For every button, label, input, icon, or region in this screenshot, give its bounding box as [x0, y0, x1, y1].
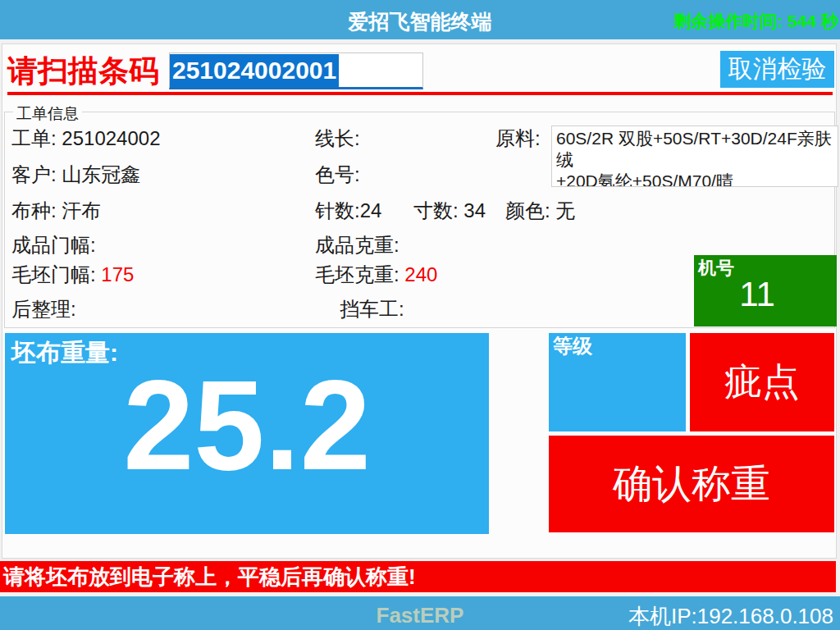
- session-timer: 剩余操作时间: 544 秒: [673, 10, 838, 33]
- barcode-input-value: 251024002001: [170, 54, 339, 87]
- order-value: 251024002: [62, 127, 160, 149]
- field-finished-weight: 成品克重:: [315, 232, 399, 258]
- grey-weight-label: 毛坯克重:: [315, 263, 399, 285]
- work-order-group-title: 工单信息: [13, 103, 82, 125]
- cancel-inspection-button[interactable]: 取消检验: [720, 51, 834, 88]
- material-label: 原料:: [495, 126, 541, 152]
- grey-width-label: 毛坯门幅:: [11, 263, 96, 285]
- needles-label: 针数:: [315, 199, 360, 221]
- field-fabric: 布种: 汗布: [11, 198, 101, 224]
- inches-label: 寸数:: [413, 199, 459, 221]
- machine-no-panel: 机号 11: [694, 255, 837, 326]
- order-label: 工单:: [11, 127, 57, 149]
- field-inches: 寸数: 34: [413, 198, 486, 224]
- grey-weight-value: 240: [404, 263, 437, 285]
- line-length-label: 线长:: [315, 127, 360, 149]
- finished-width-label: 成品门幅:: [11, 234, 96, 256]
- color-no-label: 色号:: [315, 163, 360, 185]
- weight-value: 25.2: [5, 356, 489, 496]
- field-finishing: 后整理:: [11, 296, 76, 322]
- color-label: 颜色:: [505, 199, 550, 221]
- customer-label: 客户:: [11, 163, 57, 185]
- field-color: 颜色: 无: [505, 198, 575, 224]
- field-operator: 挡车工:: [340, 296, 404, 322]
- field-customer: 客户: 山东冠鑫: [11, 162, 140, 188]
- confirm-weigh-button[interactable]: 确认称重: [549, 436, 834, 532]
- needles-value: 24: [360, 199, 382, 221]
- content-frame: 请扫描条码 251024002001 取消检验 工单信息 工单: 2510240…: [2, 43, 837, 559]
- app-footer: FastERP 本机IP:192.168.0.108: [0, 596, 840, 630]
- scan-prompt-label: 请扫描条码: [7, 51, 159, 92]
- app-header: 爱招飞智能终端 剩余操作时间: 544 秒: [0, 0, 840, 39]
- status-message-bar: 请将坯布放到电子称上，平稳后再确认称重!: [0, 561, 836, 592]
- finished-weight-label: 成品克重:: [315, 234, 399, 256]
- scan-divider: [7, 92, 833, 95]
- app-window: 爱招飞智能终端 剩余操作时间: 544 秒 请扫描条码 251024002001…: [0, 0, 840, 630]
- customer-value: 山东冠鑫: [62, 163, 140, 185]
- material-value-box: 60S/2R 双股+50S/RT+30D/24F亲肤绒 +20D氨纶+50S/M…: [551, 126, 838, 187]
- defect-button[interactable]: 疵点: [690, 333, 834, 431]
- fabric-label: 布种:: [11, 199, 57, 221]
- weight-panel: 坯布重量: 25.2: [5, 333, 489, 534]
- inches-value: 34: [463, 199, 486, 221]
- machine-no-value: 11: [694, 275, 820, 314]
- field-needles: 针数:24: [315, 198, 381, 224]
- grey-width-value: 175: [101, 263, 134, 285]
- grade-label: 等级: [553, 333, 592, 359]
- field-grey-weight: 毛坯克重: 240: [315, 262, 437, 288]
- local-ip-text: 本机IP:192.168.0.108: [628, 602, 833, 630]
- field-order: 工单: 251024002: [11, 126, 160, 152]
- field-color-no: 色号:: [315, 162, 360, 188]
- finishing-label: 后整理:: [11, 298, 76, 320]
- work-order-group: 工单信息 工单: 251024002 线长: 原料: 60S/2R 双股+50S…: [4, 112, 835, 328]
- grade-panel: 等级: [549, 333, 686, 431]
- color-value: 无: [555, 199, 575, 221]
- barcode-input[interactable]: 251024002001: [169, 52, 423, 89]
- field-finished-width: 成品门幅:: [11, 232, 96, 258]
- field-line-length: 线长:: [315, 126, 360, 152]
- fabric-value: 汗布: [62, 199, 101, 221]
- field-grey-width: 毛坯门幅: 175: [11, 262, 134, 288]
- operator-label: 挡车工:: [340, 298, 404, 320]
